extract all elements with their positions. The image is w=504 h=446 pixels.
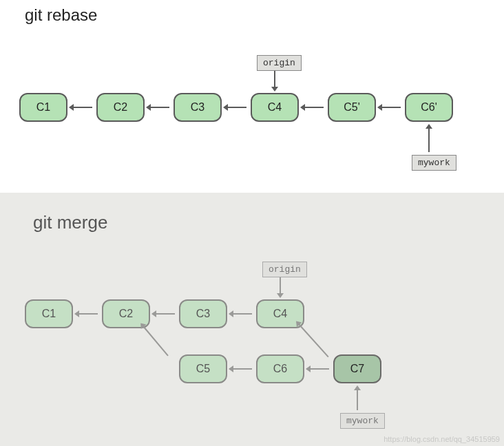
commit-label: C5 [196,363,210,375]
arrow-origin-c4 [274,71,275,87]
rebase-title: git rebase [25,6,97,25]
commit-c1: C1 [19,93,67,122]
mywork-tag: mywork [412,155,456,171]
tag-label: mywork [418,158,450,168]
commit-c3: C3 [174,93,222,122]
arrow-c3-c2 [156,313,175,315]
commit-label: C4 [268,101,282,114]
arrow-c4-c3 [233,313,252,315]
arrow-c2-c1 [73,107,92,108]
tag-label: origin [263,58,295,68]
commit-label: C6' [421,101,437,114]
tag-label: origin [269,264,301,275]
commit-label: C4 [273,308,287,320]
commit-c5p: C5' [328,93,376,122]
arrow-c5p-c4 [304,107,324,108]
commit-c6p: C6' [405,93,453,122]
commit-c2: C2 [96,93,145,122]
commit-label: C3 [196,308,210,320]
origin-tag: origin [257,55,302,71]
commit-c5: C5 [179,354,227,383]
mywork-tag: mywork [340,413,385,429]
commit-label: C2 [114,101,127,114]
arrow-c6-c5 [233,368,252,370]
arrow-mywork-c7 [357,390,358,410]
arrow-origin-c4 [280,277,281,294]
commit-label: C2 [119,308,133,320]
commit-label: C1 [36,101,50,114]
commit-label: C1 [42,308,56,320]
arrow-c7-c4 [298,323,328,357]
commit-label: C6 [273,363,287,375]
tag-label: mywork [346,416,379,426]
merge-title: git merge [33,212,107,233]
commit-c4: C4 [251,93,299,122]
commit-c1: C1 [25,299,73,328]
arrow-c2-c1 [78,313,98,315]
watermark: https://blog.csdn.net/qq_34515959 [384,435,500,443]
merge-diagram: git merge C1 C2 C3 C4 C5 C6 C7 origin my… [0,193,504,446]
arrow-c6p-c5p [381,107,401,108]
arrow-mywork-c6p [428,128,430,152]
commit-label: C7 [350,363,364,375]
rebase-diagram: git rebase C1 C2 C3 C4 C5' C6' origin my… [0,0,504,193]
commit-label: C3 [191,101,204,114]
origin-tag: origin [262,262,307,277]
commit-c6: C6 [256,354,304,383]
commit-c3: C3 [179,299,227,328]
arrow-c7-c6 [310,368,329,370]
commit-label: C5' [344,101,360,114]
arrow-c4-c3 [227,107,246,108]
commit-c7-merge: C7 [333,354,381,383]
arrow-c5-c2 [143,326,169,356]
arrow-c3-c2 [150,107,169,108]
